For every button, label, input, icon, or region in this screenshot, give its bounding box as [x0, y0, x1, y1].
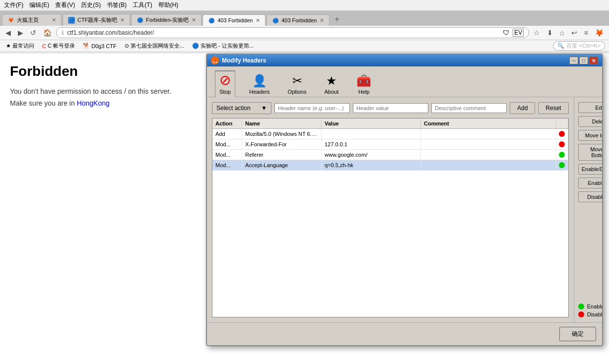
row3-status — [556, 150, 568, 160]
tab-ctf[interactable]: 🔵 CTF题库-实验吧 ✕ — [63, 14, 130, 26]
row4-value: q=0.5,zh-hk — [322, 160, 421, 170]
download-button[interactable]: ⬇ — [544, 27, 555, 38]
table-row[interactable]: Mod... X-Forwarded-For 127.0.0.1 — [212, 139, 568, 150]
legend-red-dot — [578, 311, 584, 317]
menu-bar: 文件(F) 编辑(E) 查看(V) 历史(S) 书签(B) 工具(T) 帮助(H… — [0, 0, 609, 11]
ev-icon: EV — [513, 29, 524, 37]
row1-action: Add — [212, 129, 242, 139]
bookmarks-bar: ★ 最常访问 C C 帐号登录 🐕 D0g3 CTF ⊙ 第七届全国网络安全..… — [0, 40, 609, 52]
move-to-top-button[interactable]: Move to Top — [578, 130, 602, 141]
tab-close-403-active[interactable]: ✕ — [253, 17, 260, 24]
location-text: HongKong — [77, 99, 110, 107]
tab-close-firefox[interactable]: ✕ — [49, 17, 56, 23]
toolbar-about[interactable]: About — [321, 71, 343, 97]
home-button[interactable]: 🏠 — [41, 27, 54, 38]
row2-value: 127.0.0.1 — [322, 139, 421, 149]
shield-icon: 🛡 — [503, 29, 510, 37]
tab-label-forbidden1: Forbidden-实验吧 — [146, 16, 189, 24]
bookmark-shiyanba[interactable]: 🔵 实验吧 - 让实验更简... — [190, 42, 256, 50]
toolbar-options[interactable]: Options — [284, 71, 311, 97]
menu-help[interactable]: 帮助(H) — [158, 1, 179, 9]
tab-403-active[interactable]: 🔵 403 Forbidden ✕ — [203, 14, 266, 26]
tab-close-ctf[interactable]: ✕ — [117, 17, 125, 23]
maximize-button[interactable]: □ — [579, 57, 588, 64]
disabled-label: Disabled — [587, 311, 602, 317]
bookmark-label-3: 第七届全国网络安全... — [131, 42, 184, 50]
menu-history[interactable]: 历史(S) — [81, 1, 101, 9]
row3-action: Mod... — [212, 150, 242, 160]
toolbar-help-label: Help — [358, 89, 370, 95]
menu-view[interactable]: 查看(V) — [55, 1, 75, 9]
tab-label-403b: 403 Forbidden — [281, 17, 317, 23]
header-name-input[interactable] — [274, 103, 350, 113]
table-row[interactable]: Mod... Accept-Language q=0.5,zh-hk — [212, 160, 568, 171]
row3-value: www.google.com/ — [322, 150, 421, 160]
tab-firefox-home[interactable]: 🦊 火狐主页 ✕ — [2, 14, 62, 26]
minimize-button[interactable]: ─ — [569, 57, 578, 64]
edit-button[interactable]: Edit — [578, 102, 602, 113]
bookmark-account[interactable]: C C 帐号登录 — [40, 42, 77, 50]
dialog-icon: 🦊 — [211, 57, 219, 64]
toolbar-headers-label: Headers — [249, 89, 270, 95]
enabled-legend: Enabled — [578, 303, 602, 309]
comment-input[interactable] — [431, 103, 507, 113]
headers-table: Action Name Value Comment Add Mozilla/5.… — [212, 118, 569, 317]
col-value: Value — [322, 119, 421, 128]
table-row[interactable]: Add Mozilla/5.0 (Windows NT 6.1... — [212, 129, 568, 139]
menu-tools[interactable]: 工具(T) — [133, 1, 152, 9]
tab-bar: 🦊 火狐主页 ✕ 🔵 CTF题库-实验吧 ✕ 🔵 Forbidden-实验吧 ✕… — [0, 11, 609, 26]
row1-name: Mozilla/5.0 (Windows NT 6.1... — [242, 129, 322, 139]
enable-disable-button[interactable]: Enable/Disable — [578, 164, 602, 175]
nav-bar: ◀ ▶ ↺ 🏠 ℹ ctf1.shiyanbar.com/basic/heade… — [0, 26, 609, 40]
header-value-input[interactable] — [353, 103, 428, 113]
add-button[interactable]: Add — [510, 102, 535, 114]
disable-all-button[interactable]: Disable All — [578, 191, 602, 202]
dropdown-chevron-icon: ▼ — [261, 105, 267, 112]
bookmark-most-visited[interactable]: ★ 最常访问 — [4, 42, 36, 50]
ok-button[interactable]: 确定 — [559, 327, 596, 341]
tab-close-forbidden1[interactable]: ✕ — [189, 17, 196, 23]
status-dot-red-1 — [559, 131, 565, 137]
back-nav-button[interactable]: ↩ — [569, 27, 580, 38]
about-icon — [326, 73, 337, 87]
bookmark-security[interactable]: ⊙ 第七届全国网络安全... — [123, 42, 186, 50]
row3-comment — [421, 150, 556, 160]
bookmark-star-button[interactable]: ☆ — [531, 27, 542, 38]
menu-file[interactable]: 文件(F) — [4, 1, 23, 9]
row4-comment — [421, 160, 556, 170]
address-bar[interactable]: ℹ ctf1.shiyanbar.com/basic/header/ 🛡 EV — [56, 27, 529, 38]
refresh-button[interactable]: ↺ — [28, 27, 39, 38]
search-bar[interactable]: 🔍 百度 <Ctrl+K> — [553, 41, 605, 51]
tab-forbidden1[interactable]: 🔵 Forbidden-实验吧 ✕ — [131, 14, 202, 26]
more-button[interactable]: ≡ — [582, 27, 591, 38]
delete-button[interactable]: Delete — [578, 116, 602, 127]
dialog-footer: 确定 — [207, 322, 602, 345]
toolbar-help[interactable]: Help — [352, 71, 375, 97]
bookmark-label-2: D0g3 CTF — [91, 43, 117, 49]
bookmark-icon-1: C — [42, 43, 46, 49]
status-dot-red-2 — [559, 141, 565, 147]
menu-edit[interactable]: 编辑(E) — [29, 1, 49, 9]
toolbar-headers[interactable]: Headers — [245, 71, 274, 97]
bookmark-d0g3[interactable]: 🐕 D0g3 CTF — [81, 42, 119, 50]
firefox-menu-button[interactable]: 🦊 — [593, 27, 606, 38]
back-button[interactable]: ◀ — [3, 27, 13, 38]
action-row: Select action ▼ Add Reset — [212, 102, 569, 114]
toolbar-stop[interactable]: Stop — [215, 70, 235, 97]
close-button[interactable]: ✕ — [589, 57, 598, 64]
toolbar-about-label: About — [325, 89, 339, 95]
reset-button[interactable]: Reset — [538, 102, 568, 114]
menu-bookmarks[interactable]: 书签(B) — [107, 1, 127, 9]
tab-403-second[interactable]: 🔵 403 Forbidden ✕ — [267, 14, 330, 26]
new-tab-button[interactable]: + — [331, 13, 343, 26]
move-to-bottom-button[interactable]: Move to Bottom — [578, 144, 602, 161]
browser-chrome: 文件(F) 编辑(E) 查看(V) 历史(S) 书签(B) 工具(T) 帮助(H… — [0, 0, 609, 52]
enable-all-button[interactable]: Enable All — [578, 178, 602, 188]
select-action-dropdown[interactable]: Select action ▼ — [212, 102, 271, 114]
stop-icon — [219, 73, 231, 87]
col-status — [556, 119, 568, 128]
forward-button[interactable]: ▶ — [15, 27, 26, 38]
table-row[interactable]: Mod... Referer www.google.com/ — [212, 150, 568, 160]
tab-close-403b[interactable]: ✕ — [317, 17, 324, 24]
home-nav-button[interactable]: ⌂ — [557, 27, 566, 38]
